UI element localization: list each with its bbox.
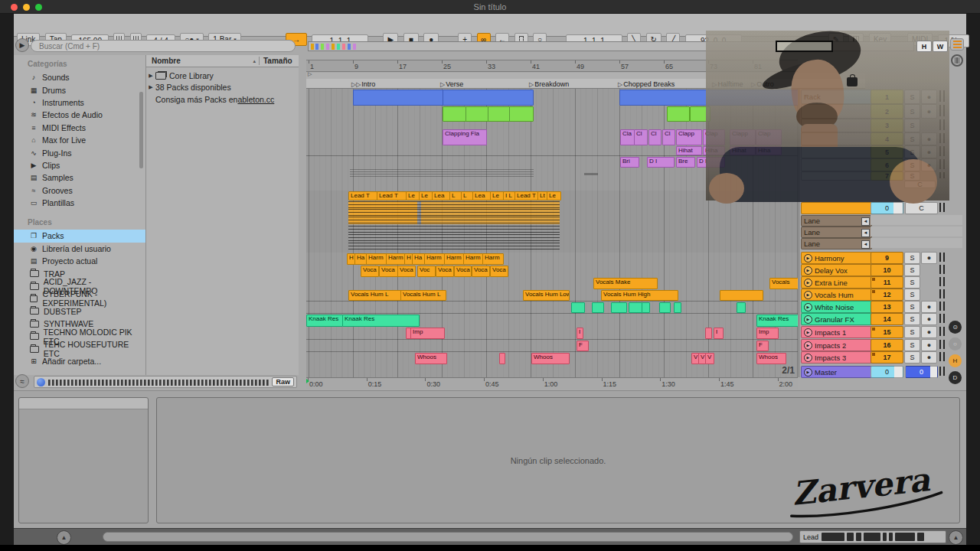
search-input[interactable]: Buscar (Cmd + F) [31, 40, 296, 52]
group-track-header[interactable] [801, 202, 872, 214]
clip-vocals-make[interactable]: Vocals Make [593, 278, 658, 289]
clip-lea[interactable]: Lea [472, 191, 492, 201]
show-info-button[interactable]: ▲ [57, 530, 71, 545]
time-ruler[interactable]: 0:000:150:300:451:001:151:301:452:00 [306, 377, 798, 389]
track-number[interactable]: 14 [871, 313, 903, 325]
sidebar-item-clips[interactable]: ▶Clips [14, 159, 145, 171]
sidebar-item-tehc-housefuture-etc[interactable]: TEHC HOUSEFUTURE ETC [14, 343, 145, 355]
arm-button[interactable]: ● [921, 313, 937, 325]
sidebar-item-grooves[interactable]: ≈Grooves [14, 184, 145, 197]
expand-arrow-icon[interactable]: ▶ [146, 73, 155, 79]
clip-knaak-res[interactable]: Knaak Res [342, 315, 420, 327]
clip-vocals-hum-high[interactable]: Vocals Hum High [601, 290, 678, 301]
round-button-4[interactable]: D [949, 371, 962, 384]
crossfade-button[interactable]: C [905, 202, 938, 214]
clip-voca[interactable]: Voca [436, 266, 454, 277]
sidebar-item-midi-effects[interactable]: ≡MIDI Effects [14, 122, 145, 134]
preview-play-button[interactable]: ▶ [15, 38, 29, 52]
clip-teal[interactable] [642, 302, 650, 313]
clip-orange[interactable] [720, 290, 763, 301]
take-lane-header[interactable]: Lane◄ [801, 215, 872, 227]
locator-intro[interactable]: ▷▷Intro [351, 80, 375, 89]
solo-button[interactable]: S [904, 264, 920, 276]
clip-cla[interactable]: Cla [620, 129, 635, 145]
clip-whoos[interactable]: Whoos [756, 353, 786, 364]
clip-harm[interactable]: Harm [444, 253, 465, 265]
clip-imp[interactable]: Imp [410, 328, 445, 339]
take-lane-header[interactable]: Lane◄ [801, 238, 872, 249]
clip-hihat[interactable]: Hihat [676, 146, 702, 155]
clip-vocals-hum-l[interactable]: Vocals Hum L [400, 290, 446, 301]
clip-vocals-hum-low[interactable]: Vocals Hum Low [523, 290, 570, 301]
sidebar-item-drums[interactable]: ▦Drums [14, 83, 145, 96]
speaker-icon[interactable]: ◄ [861, 229, 870, 237]
round-button-2[interactable]: ○ [949, 337, 962, 350]
track-header-delay-vox[interactable]: ▶Delay Vox [801, 264, 872, 276]
clip-harm[interactable]: Harm [424, 253, 446, 265]
locator-verse[interactable]: ▷Verse [440, 80, 463, 89]
solo-button[interactable]: S [904, 326, 920, 338]
size-column-header[interactable]: Tamaño [263, 57, 299, 65]
solo-button[interactable]: S [904, 339, 920, 351]
clip-cl[interactable]: Cl [648, 129, 662, 145]
solo-button[interactable]: S [904, 289, 920, 301]
track-header-harmony[interactable]: ▶Harmony [801, 252, 872, 264]
preview-tab[interactable]: Raw [34, 376, 297, 388]
clip-imp[interactable]: Imp [756, 328, 779, 339]
clip-teal[interactable] [571, 302, 585, 313]
arm-button[interactable]: ● [921, 252, 937, 264]
selected-track-mini-view[interactable]: Lead [799, 530, 946, 543]
sidebar-item-max-for-live[interactable]: ⌂Max for Live [14, 134, 145, 146]
clip-teal[interactable] [629, 302, 642, 313]
speaker-icon[interactable]: ◄ [861, 240, 870, 249]
clip-voca[interactable]: Voca [490, 266, 508, 277]
sidebar-item-plug-ins[interactable]: ∿Plug-Ins [14, 146, 145, 158]
clip-whoos[interactable]: Whoos [531, 353, 570, 364]
master-volume-field[interactable]: 0 [871, 366, 903, 378]
speaker-icon[interactable]: ◄ [861, 217, 870, 226]
clip-clapping-fla[interactable]: Clapping Fla [443, 129, 487, 145]
solo-button[interactable]: S [904, 301, 920, 313]
sidebar-item-librer-a-del-usuario[interactable]: ◉Librería del usuario [14, 243, 145, 255]
clip-blue[interactable] [443, 90, 534, 106]
locator-chopped-breaks[interactable]: ▷Chopped Breaks [618, 80, 675, 89]
clip-clapp[interactable]: Clapp [676, 129, 702, 145]
arm-button[interactable]: ● [921, 351, 937, 364]
clip-green[interactable] [443, 106, 534, 122]
master-pan-field[interactable]: 0 [905, 366, 938, 378]
track-number[interactable]: 12 [871, 289, 903, 301]
sidebar-item-instruments[interactable]: ◔Instruments [14, 96, 145, 109]
lane-master[interactable] [306, 364, 798, 377]
clip-teal[interactable] [659, 302, 671, 313]
track-number[interactable]: 16 [871, 339, 903, 351]
clip-voca[interactable]: Voca [397, 266, 416, 277]
arm-button[interactable]: ● [921, 301, 937, 313]
lock-envelopes-icon[interactable] [847, 77, 858, 86]
name-column-header[interactable]: Nombre [152, 57, 253, 65]
clip-f[interactable]: F [756, 341, 769, 351]
clip-f[interactable]: F [577, 341, 589, 351]
sidebar-item-packs[interactable]: ❐Packs [14, 230, 145, 242]
raw-button[interactable]: Raw [272, 377, 294, 386]
clip-v[interactable]: V [705, 353, 714, 364]
overview-viewport[interactable] [776, 41, 833, 52]
clip-teal[interactable] [674, 302, 681, 313]
lane-r11[interactable] [306, 277, 798, 290]
round-button-3[interactable]: H [949, 354, 962, 367]
clip-teal[interactable] [737, 302, 746, 313]
track-number[interactable]: 15 [871, 326, 903, 338]
clip-whoos[interactable]: Whoos [415, 353, 447, 364]
zoom-width-button[interactable]: W [933, 41, 948, 52]
browser-row-core-library[interactable]: ▶ Core Library [146, 70, 299, 82]
sidebar-item-cyberpunk-experimental[interactable]: CYBERPUNK - EXPERIMENTAL) [14, 292, 145, 305]
track-header-granular-fx[interactable]: ▶Granular FX [801, 313, 872, 325]
clip-bre[interactable]: Bre [676, 157, 695, 168]
clip-bri[interactable]: Bri [620, 157, 639, 168]
clip-pink[interactable] [499, 353, 505, 364]
clip-teal[interactable] [592, 302, 604, 313]
solo-button[interactable]: S [904, 313, 920, 325]
clip-knaak-res[interactable]: Knaak Res [756, 315, 798, 327]
clip-teal[interactable] [611, 302, 627, 313]
solo-button[interactable]: S [904, 252, 920, 264]
sidebar-item-efectos-de-audio[interactable]: ≋Efectos de Audio [14, 109, 145, 121]
